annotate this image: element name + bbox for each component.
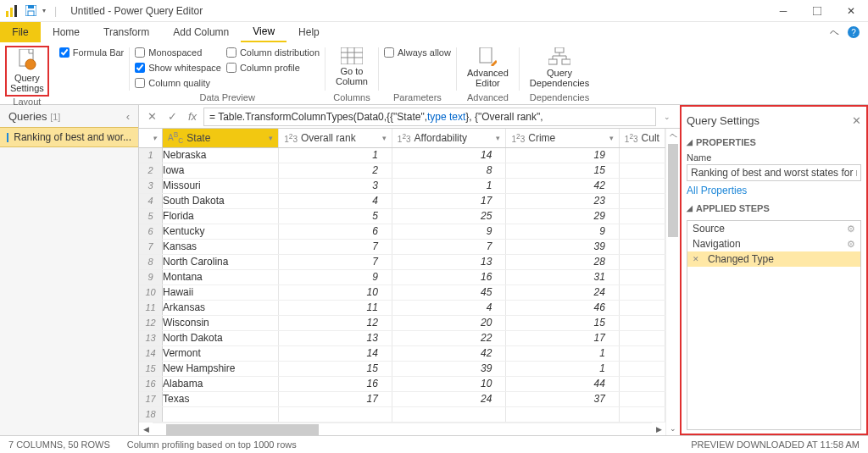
advanced-editor-button[interactable]: Advanced Editor xyxy=(462,46,514,92)
svg-line-15 xyxy=(492,61,497,66)
table-row[interactable]: 17Texas172437 xyxy=(139,391,665,406)
svg-rect-2 xyxy=(14,5,17,17)
col-header-crime[interactable]: 123Crime▾ xyxy=(506,129,619,147)
save-icon[interactable] xyxy=(24,4,37,18)
table-row[interactable]: 18 xyxy=(139,406,665,422)
vertical-scrollbar[interactable]: ヘ ⌄ xyxy=(665,129,680,435)
svg-rect-6 xyxy=(813,7,821,15)
svg-rect-4 xyxy=(28,5,34,8)
col-header-state[interactable]: ABCState▾ xyxy=(163,129,279,147)
goto-column-button[interactable]: Go to Column xyxy=(331,46,373,92)
queries-title: Queries xyxy=(8,110,47,123)
tab-file[interactable]: File xyxy=(0,22,41,42)
gear-icon[interactable]: ⚙ xyxy=(847,224,855,235)
query-item[interactable]: Ranking of best and wor... xyxy=(0,127,138,147)
table-row[interactable]: 4South Dakota41723 xyxy=(139,193,665,208)
minimize-button[interactable]: ─ xyxy=(766,0,800,22)
table-row[interactable]: 13North Dakota132217 xyxy=(139,330,665,345)
table-row[interactable]: 3Missouri3142 xyxy=(139,178,665,193)
collapse-queries-icon[interactable]: ‹ xyxy=(126,110,130,123)
tab-view[interactable]: View xyxy=(241,22,287,42)
table-row[interactable]: 10Hawaii104524 xyxy=(139,285,665,300)
group-data-preview: Data Preview xyxy=(135,92,320,104)
tab-help[interactable]: Help xyxy=(287,22,331,42)
column-distribution-checkbox[interactable]: Column distribution xyxy=(226,46,320,59)
queries-count: [1] xyxy=(50,112,60,122)
table-row[interactable]: 6Kentucky699 xyxy=(139,224,665,239)
query-settings-button[interactable]: Query Settings xyxy=(5,46,49,97)
svg-point-8 xyxy=(25,59,36,69)
group-dependencies: Dependencies xyxy=(525,92,594,104)
status-bar: 7 COLUMNS, 50 ROWS Column profiling base… xyxy=(0,435,868,453)
table-row[interactable]: 9Montana91631 xyxy=(139,269,665,285)
formula-input[interactable]: = Table.TransformColumnTypes(Data0,{{"St… xyxy=(203,108,656,126)
table-row[interactable]: 15New Hampshire15391 xyxy=(139,361,665,376)
table-row[interactable]: 8North Carolina71328 xyxy=(139,254,665,269)
table-row[interactable]: 1Nebraska11419 xyxy=(139,147,665,163)
applied-steps-section[interactable]: APPLIED STEPS xyxy=(696,203,770,213)
maximize-button[interactable] xyxy=(800,0,834,22)
group-columns: Columns xyxy=(331,92,373,104)
query-item-label: Ranking of best and wor... xyxy=(14,131,131,143)
svg-rect-1 xyxy=(10,8,13,17)
svg-rect-18 xyxy=(562,59,570,64)
name-input[interactable] xyxy=(687,164,861,181)
scroll-down-icon[interactable]: ⌄ xyxy=(666,422,680,435)
formula-dropdown-icon[interactable]: ⌄ xyxy=(658,108,676,126)
col-header-culture[interactable]: 123Cult xyxy=(619,129,665,147)
dependencies-icon xyxy=(548,47,570,66)
table-row[interactable]: 12Wisconsin122015 xyxy=(139,315,665,330)
col-header-rank[interactable]: 123Overall rank▾ xyxy=(279,129,392,147)
fx-icon[interactable]: fx xyxy=(183,108,202,126)
table-row[interactable]: 14Vermont14421 xyxy=(139,345,665,361)
always-allow-checkbox[interactable]: Always allow xyxy=(384,46,451,59)
gear-icon[interactable]: ⚙ xyxy=(847,239,855,250)
group-advanced: Advanced xyxy=(462,92,514,104)
close-settings-icon[interactable]: ✕ xyxy=(852,114,861,127)
document-pencil-icon xyxy=(478,47,497,66)
show-whitespace-checkbox[interactable]: Show whitespace xyxy=(135,61,221,75)
step-navigation[interactable]: Navigation⚙ xyxy=(687,236,860,251)
status-cols: 7 COLUMNS, 50 ROWS xyxy=(8,439,110,450)
status-profiling: Column profiling based on top 1000 rows xyxy=(127,439,297,450)
table-row[interactable]: 11Arkansas11446 xyxy=(139,300,665,315)
scroll-left-icon[interactable]: ◀ xyxy=(139,423,153,436)
scroll-up-icon[interactable]: ヘ xyxy=(666,129,680,142)
close-button[interactable]: ✕ xyxy=(834,0,868,22)
tab-transform[interactable]: Transform xyxy=(92,22,161,42)
step-source[interactable]: Source⚙ xyxy=(687,221,860,236)
table-row[interactable]: 2Iowa2815 xyxy=(139,163,665,178)
horizontal-scrollbar[interactable]: ◀ ▶ xyxy=(139,423,665,436)
scroll-right-icon[interactable]: ▶ xyxy=(652,423,665,436)
app-icon xyxy=(5,4,19,18)
data-grid[interactable]: ▾ ABCState▾ 123Overall rank▾ 123Affordab… xyxy=(139,129,665,435)
tab-home[interactable]: Home xyxy=(41,22,92,42)
table-row[interactable]: 5Florida52529 xyxy=(139,208,665,224)
table-row[interactable]: 16Alabama161044 xyxy=(139,376,665,391)
table-icon xyxy=(7,133,8,142)
name-label: Name xyxy=(687,152,861,163)
properties-section[interactable]: PROPERTIES xyxy=(696,137,756,147)
col-header-affordability[interactable]: 123Affordability▾ xyxy=(392,129,506,147)
row-header-corner[interactable]: ▾ xyxy=(139,129,163,147)
save-dropdown-icon[interactable]: ▾ xyxy=(42,7,46,14)
table-row[interactable]: 7Kansas7739 xyxy=(139,239,665,254)
titlebar: ▾ | Untitled - Power Query Editor ─ ✕ xyxy=(0,0,868,22)
all-properties-link[interactable]: All Properties xyxy=(687,185,861,196)
settings-title: Query Settings xyxy=(687,114,760,127)
formula-bar-checkbox[interactable]: Formula Bar xyxy=(59,46,125,59)
ribbon-panel: Query Settings Layout Formula Bar Monosp… xyxy=(0,42,868,105)
app-name: Power Query Editor xyxy=(114,5,203,17)
svg-rect-14 xyxy=(480,47,492,63)
cancel-formula-icon[interactable]: ✕ xyxy=(142,108,161,126)
column-profile-checkbox[interactable]: Column profile xyxy=(226,61,320,75)
step-changed-type[interactable]: Changed Type xyxy=(687,251,860,267)
query-dependencies-button[interactable]: Query Dependencies xyxy=(525,46,594,92)
monospaced-checkbox[interactable]: Monospaced xyxy=(135,46,221,59)
column-quality-checkbox[interactable]: Column quality xyxy=(135,76,221,90)
tab-addcolumn[interactable]: Add Column xyxy=(161,22,241,42)
collapse-ribbon-icon[interactable]: ヘ xyxy=(830,26,839,39)
commit-formula-icon[interactable]: ✓ xyxy=(163,108,181,126)
help-icon[interactable]: ? xyxy=(848,26,860,38)
status-preview: PREVIEW DOWNLOADED AT 11:58 AM xyxy=(691,439,860,450)
